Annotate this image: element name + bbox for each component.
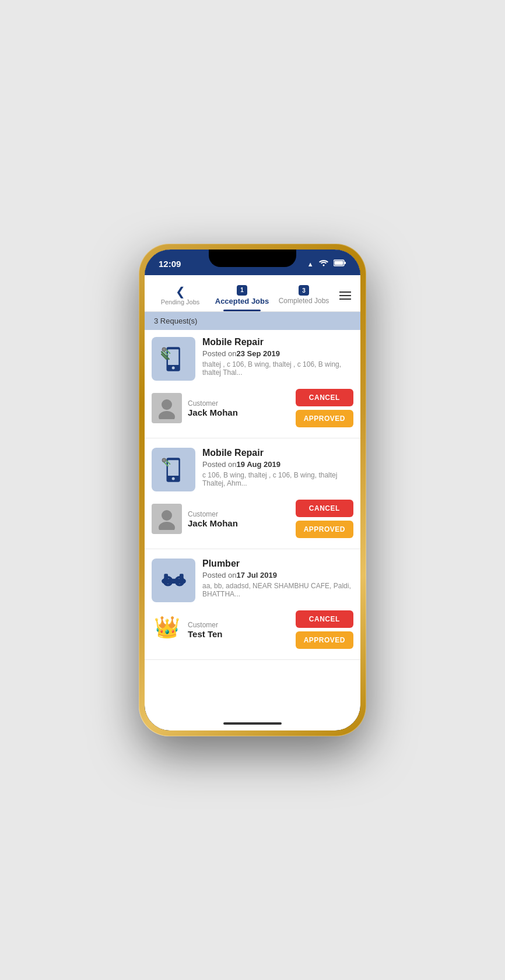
phone-inner: 12:09 ▲	[145, 250, 360, 730]
customer-avatar-1	[152, 393, 182, 423]
svg-point-15	[162, 458, 166, 462]
svg-point-16	[162, 510, 172, 521]
svg-point-6	[171, 366, 174, 369]
jobs-list: Mobile Repair Posted on23 Sep 2019 thalt…	[145, 330, 360, 716]
svg-rect-21	[164, 574, 168, 581]
svg-point-17	[159, 522, 175, 530]
customer-actions-3: CANCEL APPROVED	[296, 610, 353, 649]
status-icons: ▲	[307, 259, 346, 268]
job-icon-mobile-repair-2	[152, 448, 195, 491]
approved-button-3[interactable]: APPROVED	[296, 631, 353, 649]
cancel-button-2[interactable]: CANCEL	[296, 500, 353, 517]
phone-screen: 12:09 ▲	[145, 250, 360, 730]
job-info-3: Plumber Posted on17 Jul 2019 aa, bb, ada…	[202, 559, 353, 598]
customer-name-2: Jack Mohan	[188, 518, 290, 528]
approved-button-1[interactable]: APPROVED	[296, 410, 353, 427]
tab-accepted[interactable]: 1 Accepted Jobs	[211, 280, 273, 311]
tab-accepted-label: Accepted Jobs	[215, 297, 269, 305]
customer-name-1: Jack Mohan	[188, 408, 290, 417]
job-icon-mobile-repair-1	[152, 337, 195, 381]
request-count: 3 Request(s)	[154, 317, 197, 325]
menu-line-1	[339, 291, 351, 293]
request-bar: 3 Request(s)	[145, 312, 360, 330]
job-info-1: Mobile Repair Posted on23 Sep 2019 thalt…	[202, 337, 353, 377]
svg-point-0	[322, 265, 324, 266]
tab-pending-icon: ❮	[176, 284, 185, 298]
job-posted-1: Posted on23 Sep 2019	[202, 349, 353, 358]
battery-icon	[334, 259, 346, 266]
customer-name-3: Test Ten	[188, 629, 290, 639]
job-customer-1: Customer Jack Mohan CANCEL APPROVED	[145, 385, 360, 433]
customer-silhouette-icon-2	[156, 508, 178, 530]
job-customer-3: 👑 Customer Test Ten CANCEL APPROVED	[145, 607, 360, 655]
job-header-1: Mobile Repair Posted on23 Sep 2019 thalt…	[145, 330, 360, 385]
cancel-button-1[interactable]: CANCEL	[296, 389, 353, 406]
mobile-repair-icon-2	[159, 455, 188, 484]
mobile-repair-icon	[159, 345, 188, 374]
customer-silhouette-icon-1	[156, 397, 178, 419]
job-card-2: Mobile Repair Posted on19 Aug 2019 c 106…	[145, 441, 360, 549]
job-card-3: Plumber Posted on17 Jul 2019 aa, bb, ada…	[145, 552, 360, 660]
tab-completed-label: Completed Jobs	[279, 297, 329, 305]
job-customer-2: Customer Jack Mohan CANCEL APPROVED	[145, 496, 360, 544]
customer-avatar-2	[152, 504, 182, 534]
cancel-button-3[interactable]: CANCEL	[296, 610, 353, 628]
notch	[209, 250, 296, 267]
tab-completed[interactable]: 3 Completed Jobs	[273, 280, 335, 311]
customer-actions-1: CANCEL APPROVED	[296, 389, 353, 427]
customer-info-1: Customer Jack Mohan	[188, 399, 290, 417]
job-header-2: Mobile Repair Posted on19 Aug 2019 c 106…	[145, 441, 360, 496]
wifi-icon	[319, 259, 328, 266]
customer-label-1: Customer	[188, 399, 290, 408]
tab-pending-label: Pending Jobs	[161, 298, 200, 305]
customer-avatar-3: 👑	[152, 614, 182, 645]
svg-rect-13	[168, 460, 178, 476]
job-header-3: Plumber Posted on17 Jul 2019 aa, bb, ada…	[145, 552, 360, 607]
svg-rect-2	[335, 261, 343, 265]
tab-pending[interactable]: ❮ Pending Jobs	[149, 280, 211, 311]
svg-rect-22	[180, 574, 184, 581]
svg-rect-5	[168, 349, 178, 365]
job-title-1: Mobile Repair	[202, 337, 353, 347]
customer-info-2: Customer Jack Mohan	[188, 510, 290, 528]
customer-label-3: Customer	[188, 621, 290, 629]
tab-completed-badge: 3	[299, 285, 309, 296]
job-card-1: Mobile Repair Posted on23 Sep 2019 thalt…	[145, 330, 360, 438]
menu-line-3	[339, 298, 351, 300]
job-info-2: Mobile Repair Posted on19 Aug 2019 c 106…	[202, 448, 353, 487]
approved-button-2[interactable]: APPROVED	[296, 521, 353, 538]
job-title-3: Plumber	[202, 559, 353, 569]
phone-frame: 12:09 ▲	[139, 244, 366, 736]
home-indicator	[145, 716, 360, 730]
job-posted-3: Posted on17 Jul 2019	[202, 571, 353, 579]
job-address-2: c 106, B wing, thaltej , c 106, B wing, …	[202, 471, 353, 487]
svg-point-10	[162, 399, 172, 410]
menu-button[interactable]	[335, 287, 356, 304]
tab-accepted-badge: 1	[237, 285, 247, 296]
svg-rect-3	[345, 262, 346, 264]
customer-actions-2: CANCEL APPROVED	[296, 500, 353, 538]
svg-point-11	[159, 411, 175, 419]
menu-line-2	[339, 295, 351, 296]
job-address-3: aa, bb, adadsd, NEAR SHAMBHU CAFE, Paldi…	[202, 582, 353, 598]
svg-point-14	[171, 477, 174, 480]
customer-info-3: Customer Test Ten	[188, 621, 290, 639]
customer-label-2: Customer	[188, 510, 290, 518]
job-icon-plumber	[152, 559, 195, 602]
job-title-2: Mobile Repair	[202, 448, 353, 458]
plumber-icon	[159, 566, 188, 595]
home-bar	[223, 722, 282, 725]
svg-point-9	[162, 347, 166, 352]
status-time: 12:09	[159, 259, 181, 269]
nav-tabs: ❮ Pending Jobs 1 Accepted Jobs 3 Complet…	[145, 275, 360, 312]
king-icon: 👑	[154, 617, 180, 643]
job-address-1: thaltej , c 106, B wing, thaltej , c 106…	[202, 360, 353, 377]
job-posted-2: Posted on19 Aug 2019	[202, 460, 353, 469]
